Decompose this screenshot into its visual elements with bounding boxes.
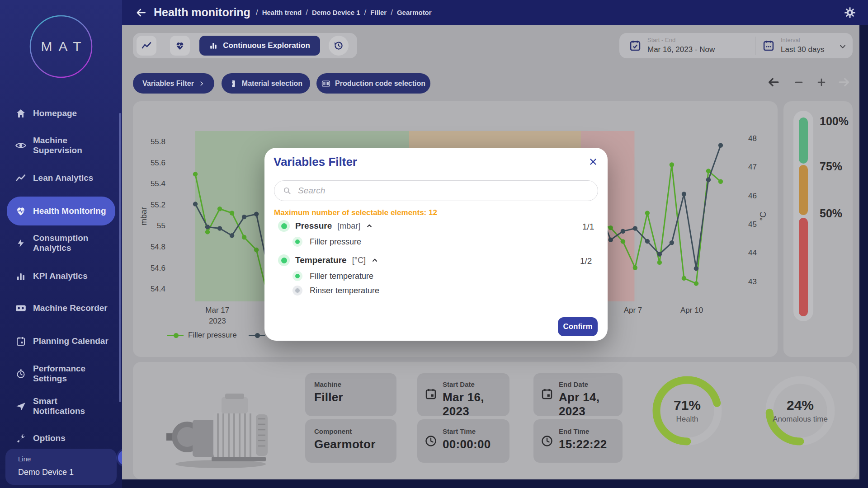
start-date-card: Start Date Mar 16, 2023 [417, 373, 509, 416]
variable-unselected-icon[interactable] [292, 286, 302, 296]
trend-view-button[interactable] [137, 36, 156, 56]
group-toggle-on-icon[interactable] [278, 220, 290, 232]
page-title: Health monitoring [154, 6, 250, 19]
bar-chart-icon [209, 42, 217, 50]
variable-row-rinser-temperature[interactable]: Rinser temperature [292, 286, 379, 296]
chevron-up-icon[interactable] [371, 257, 378, 264]
device-line-value: Demo Device 1 [18, 468, 74, 477]
sidebar-item-lean-analytics[interactable]: Lean Analytics [7, 168, 115, 188]
calendar-icon [15, 335, 27, 347]
svg-text:47: 47 [748, 163, 757, 171]
production-code-selection-chip[interactable]: Production code selection [316, 73, 430, 94]
confirm-button[interactable]: Confirm [558, 317, 598, 336]
start-end-picker[interactable] [629, 39, 642, 54]
minus-icon [793, 77, 804, 88]
breadcrumb-item[interactable]: Gearmotor [397, 9, 432, 16]
svg-text:54.4: 54.4 [151, 285, 165, 293]
search-input[interactable] [297, 185, 590, 196]
history-icon [333, 40, 344, 51]
breadcrumb-item[interactable]: Demo Device 1 [312, 9, 360, 16]
eye-icon [15, 140, 27, 151]
top-header: Health monitoring / Health trend / Demo … [122, 0, 868, 25]
sidebar-item-planning-calendar[interactable]: Planning Calendar [7, 328, 115, 355]
machine-label: Machine [314, 380, 341, 388]
sidebar-item-consumption-analytics[interactable]: Consumption Analytics [7, 230, 115, 257]
summary-panel: Machine Filler Component Gearmotor Start… [133, 362, 857, 479]
group-row-pressure[interactable]: Pressure [mbar] [278, 220, 373, 232]
sidebar-item-smart-notifications[interactable]: Smart Notifications [7, 393, 115, 420]
breadcrumb-separator: / [256, 8, 258, 17]
anomalous-gauge-value: 24% [787, 398, 814, 413]
heart-pulse-icon [175, 40, 185, 51]
svg-text:Apr 7: Apr 7 [624, 306, 642, 314]
history-restore-button[interactable] [329, 36, 349, 56]
chevron-down-icon [838, 42, 847, 51]
variable-selected-icon[interactable] [292, 237, 302, 247]
sidebar-item-label: Consumption Analytics [33, 233, 110, 253]
tab-continuous-exploration[interactable]: Continuous Exploration [199, 36, 320, 56]
material-selection-chip[interactable]: Material selection [222, 73, 310, 94]
sidebar-item-homepage[interactable]: Homepage [7, 103, 115, 123]
group-toggle-on-icon[interactable] [278, 254, 290, 266]
health-view-button[interactable] [170, 36, 190, 56]
sidebar-item-machine-recorder[interactable]: Machine Recorder [7, 298, 115, 318]
sidebar-item-machine-supervision[interactable]: Machine Supervision [7, 132, 115, 159]
pan-right-button[interactable] [836, 75, 852, 90]
pan-left-button[interactable] [766, 75, 781, 90]
svg-text:55: 55 [157, 221, 165, 230]
variable-label: Filler pressure [310, 237, 361, 247]
health-scale-segment-mid [799, 165, 808, 215]
sidebar-item-label: Lean Analytics [33, 173, 110, 183]
sidebar-item-health-monitoring[interactable]: Health Monitoring [7, 197, 115, 225]
end-time-value: 15:22:22 [559, 437, 607, 451]
heart-pulse-icon [15, 205, 27, 217]
component-label: Component [314, 427, 352, 435]
zoom-in-button[interactable] [814, 75, 829, 90]
variable-row-filler-temperature[interactable]: Filler temperature [292, 271, 373, 281]
breadcrumb-item[interactable]: Health trend [262, 9, 302, 16]
interval-value[interactable]: Last 30 days [781, 45, 824, 54]
modal-close-button[interactable] [586, 155, 600, 169]
svg-text:Apr 10: Apr 10 [680, 306, 703, 314]
sidebar-item-options[interactable]: Options [7, 428, 115, 448]
sidebar-item-performance-settings[interactable]: Performance Settings [7, 360, 115, 387]
legend-swatch [167, 335, 184, 336]
barcode-icon [321, 79, 330, 88]
variable-selected-icon[interactable] [292, 271, 302, 281]
breadcrumb-item[interactable]: Filler [370, 9, 387, 16]
group-name: Temperature [295, 255, 347, 265]
wrench-icon [15, 432, 27, 444]
svg-text:2023: 2023 [209, 317, 226, 325]
sidebar-item-label: Planning Calendar [33, 336, 110, 346]
settings-button[interactable] [844, 6, 856, 19]
zoom-out-button[interactable] [791, 75, 807, 90]
material-selection-label: Material selection [242, 80, 302, 88]
chevron-up-icon[interactable] [366, 222, 373, 230]
interval-picker[interactable] [762, 39, 775, 54]
back-button[interactable] [135, 6, 147, 19]
calendar-icon [541, 388, 553, 400]
device-selector[interactable]: Line Demo Device 1 [5, 449, 117, 485]
sidebar-item-label: Performance Settings [33, 364, 110, 384]
variables-filter-chip[interactable]: Variables Filter [133, 73, 214, 94]
interval-label: Interval [781, 37, 800, 43]
group-row-temperature[interactable]: Temperature [°C] [278, 254, 378, 266]
variable-row-filler-pressure[interactable]: Filler pressure [292, 237, 361, 247]
svg-text:°C: °C [759, 211, 768, 221]
legend-item-filler-pressure[interactable]: Filler pressure [167, 331, 237, 340]
svg-text:46: 46 [748, 192, 757, 200]
start-time-label: Start Time [443, 427, 476, 435]
start-end-value[interactable]: Mar 16, 2023 - Now [647, 45, 715, 54]
breadcrumb-separator: / [364, 8, 367, 17]
breadcrumb: / Health trend / Demo Device 1 / Filler … [256, 8, 432, 17]
sidebar-scrollbar[interactable] [119, 113, 121, 402]
trend-icon [141, 40, 152, 51]
sidebar-item-kpi-analytics[interactable]: KPI Analytics [7, 266, 115, 286]
svg-text:55.8: 55.8 [151, 137, 165, 146]
modal-search [274, 180, 598, 201]
anomalous-gauge-label: Anomalous time [773, 415, 828, 424]
start-date-value: Mar 16, 2023 [443, 390, 509, 418]
material-cylinder-icon [229, 80, 237, 88]
interval-dropdown-toggle[interactable] [838, 42, 847, 53]
variables-filter-modal: Variables Filter Maximum number of selec… [264, 148, 608, 341]
